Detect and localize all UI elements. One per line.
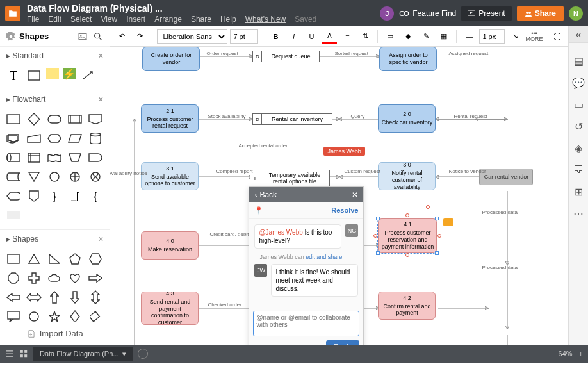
sh-cloud[interactable]	[46, 270, 63, 286]
back-label[interactable]: Back	[259, 190, 277, 199]
fc-merge[interactable]	[26, 169, 42, 185]
data-inventory[interactable]: DRental car inventory	[252, 113, 332, 125]
fc-brace-r[interactable]: {	[87, 188, 104, 204]
font-size-input[interactable]	[230, 29, 258, 44]
border-color-button[interactable]: ✎	[418, 29, 434, 44]
node-21[interactable]: 2.1Process customer rental request	[141, 104, 199, 133]
diagram-canvas[interactable]: Create order for vendor DRequest queue A…	[110, 47, 568, 345]
line-height-button[interactable]: ⇅	[357, 29, 373, 44]
back-icon[interactable]: ‹	[254, 190, 257, 199]
fc-prep[interactable]	[46, 131, 63, 146]
grid-view-icon[interactable]	[19, 349, 28, 358]
feature-find-button[interactable]: Feature Find	[399, 9, 456, 18]
fc-db[interactable]	[87, 131, 104, 146]
redo-button[interactable]: ↷	[132, 29, 147, 44]
sh-diamond[interactable]	[67, 309, 83, 322]
line-type-button[interactable]: ↘	[507, 29, 523, 44]
zoom-level[interactable]: 64%	[559, 350, 573, 358]
sh-cross[interactable]	[26, 270, 42, 286]
menu-edit[interactable]: Edit	[48, 15, 61, 24]
shape-style-button[interactable]: ▦	[436, 29, 452, 44]
menu-insert[interactable]: Insert	[126, 15, 145, 24]
image-icon[interactable]	[78, 31, 88, 42]
fill-button[interactable]: ▭	[382, 29, 398, 44]
fc-conn[interactable]	[46, 169, 63, 185]
node-20[interactable]: 2.0Check car inventory	[378, 104, 436, 133]
menu-view[interactable]: View	[101, 15, 117, 24]
align-button[interactable]: ≡	[339, 29, 355, 44]
text-shape[interactable]: T	[5, 68, 22, 83]
sh-darrow-h[interactable]	[26, 290, 42, 305]
add-page-button[interactable]: +	[138, 349, 148, 359]
text-color-button[interactable]: A	[322, 29, 337, 44]
gear-icon[interactable]	[6, 32, 15, 41]
sh-star[interactable]	[46, 309, 63, 322]
line-style-button[interactable]: —	[461, 29, 477, 44]
comment-input[interactable]	[253, 311, 359, 336]
node-assign-order[interactable]: Assign order to specific vendor	[379, 47, 437, 71]
collaborator-avatar-j[interactable]: J	[380, 6, 394, 21]
close-icon[interactable]: ×	[98, 51, 103, 61]
collapse-rail-icon[interactable]: «	[569, 26, 588, 43]
fc-note[interactable]: ⎯[	[67, 188, 83, 204]
fc-stored[interactable]	[5, 169, 22, 185]
data-temp-file[interactable]: TTemporary available rental options file	[250, 170, 330, 186]
search-icon[interactable]	[93, 31, 103, 42]
more-rail-icon[interactable]: ⋯	[572, 207, 585, 220]
present-icon[interactable]: ▭	[572, 98, 585, 111]
chat-icon[interactable]: 🗨	[572, 163, 585, 176]
fc-multidoc[interactable]	[5, 131, 22, 146]
fc-blank[interactable]	[5, 208, 22, 223]
sh-hex[interactable]	[87, 251, 104, 267]
menu-arrange[interactable]: Arrange	[154, 15, 182, 24]
sh-rtri[interactable]	[46, 251, 63, 267]
data-icon[interactable]: ⊞	[572, 185, 585, 198]
section-flowchart[interactable]: ▸ Flowchart ×	[0, 90, 110, 108]
close-icon[interactable]: ×	[98, 94, 103, 104]
app-logo[interactable]	[5, 6, 20, 21]
sh-tri[interactable]	[26, 251, 42, 267]
fc-tape[interactable]	[46, 150, 63, 165]
fc-brace-l[interactable]: }	[46, 188, 63, 204]
location-icon[interactable]: 📍	[254, 206, 263, 215]
sh-heart[interactable]	[67, 270, 83, 286]
fc-predef[interactable]	[67, 111, 83, 127]
reply-button[interactable]: Reply	[326, 340, 359, 345]
resolve-button[interactable]: Resolve	[331, 206, 358, 215]
comment-indicator-icon[interactable]	[443, 218, 453, 226]
node-41-selected[interactable]: 4.1Process customer reservation and paym…	[378, 218, 437, 253]
node-30[interactable]: 3.0Notify rental customer of availabilit…	[378, 162, 436, 190]
node-vendor[interactable]: Car rental vendor	[479, 169, 533, 185]
data-request-queue[interactable]: DRequest queue	[252, 51, 320, 62]
node-31[interactable]: 3.1Send available options to customer	[141, 162, 199, 190]
sh-rarrow[interactable]	[87, 270, 104, 286]
sh-rect[interactable]	[5, 251, 22, 267]
underline-button[interactable]: U	[304, 29, 319, 44]
sh-oct[interactable]	[5, 270, 22, 286]
sh-uarrow[interactable]	[46, 290, 63, 305]
fc-or[interactable]	[67, 169, 83, 185]
close-icon[interactable]: ×	[98, 234, 103, 244]
page-tab[interactable]: Data Flow Diagram (Ph...▾	[33, 347, 133, 361]
menu-file[interactable]: File	[27, 15, 39, 24]
fc-data[interactable]	[67, 131, 83, 146]
menu-select[interactable]: Select	[70, 15, 92, 24]
fc-rect[interactable]	[5, 111, 22, 127]
node-42[interactable]: 4.2Confirm rental and payment	[378, 292, 436, 320]
list-view-icon[interactable]	[5, 349, 14, 358]
fill-color-button[interactable]: ◆	[400, 29, 416, 44]
sh-circle[interactable]	[26, 309, 42, 322]
node-43[interactable]: 4.3Send rental and payment confirmation …	[141, 292, 199, 325]
more-button[interactable]: •••MORE	[525, 31, 543, 42]
document-title[interactable]: Data Flow Diagram (Physical) ...	[27, 3, 380, 13]
section-shapes[interactable]: ▸ Shapes ×	[0, 230, 110, 248]
layers-icon[interactable]: ◈	[572, 142, 585, 154]
fc-offpage[interactable]	[26, 188, 42, 204]
menu-share[interactable]: Share	[191, 15, 211, 24]
fc-diamond[interactable]	[26, 111, 42, 127]
node-create-order[interactable]: Create order for vendor	[142, 47, 200, 71]
fc-manin[interactable]	[26, 131, 42, 146]
hotspot-shape[interactable]: ⚡	[63, 68, 76, 79]
italic-button[interactable]: I	[286, 29, 301, 44]
import-data-button[interactable]: Import Data	[0, 322, 110, 345]
